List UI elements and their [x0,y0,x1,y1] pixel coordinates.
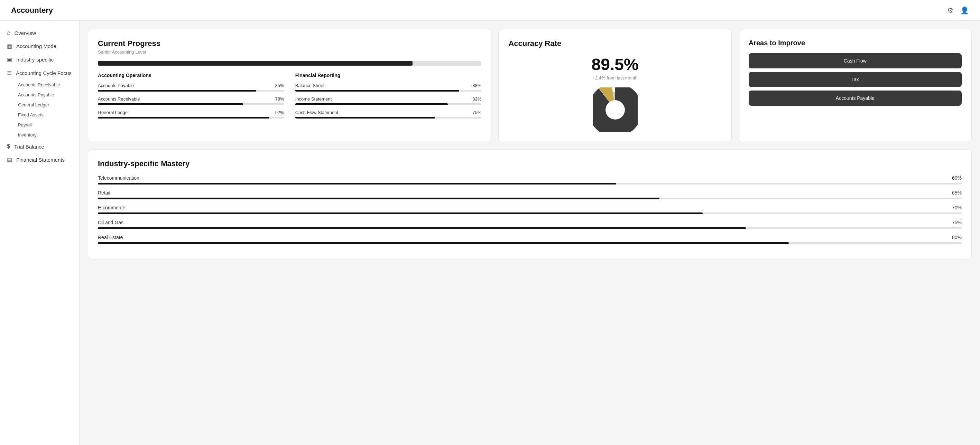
main-content: Current Progress Senior Accounting Level… [80,21,980,445]
accuracy-rate-card: Accuracy Rate 89.5% +2.4% from last mont… [498,29,731,143]
accuracy-value: 89.5% [508,55,721,74]
sidebar-sub-payroll[interactable]: Payroll [0,120,79,130]
mastery-item-telecom: Telecommunication 60% [98,175,962,184]
financial-reporting-title: Financial Reporting [295,73,482,78]
accuracy-pie-chart [593,87,638,132]
progress-label: General Ledger [98,110,129,115]
sidebar-item-label: Accounting Mode [16,43,56,49]
sidebar-sub-accounts-receivable[interactable]: Accounts Receivable [0,80,79,90]
mastery-pct: 65% [952,190,962,196]
accuracy-change: +2.4% from last month [508,75,721,81]
app-header: Accountery ⚙ 👤 [0,0,980,21]
mastery-label: E-commerce [98,205,125,211]
sidebar: ⌂ Overview ▦ Accounting Mode ▣ Industry-… [0,21,80,445]
mastery-item-ecommerce: E-commerce 70% [98,205,962,214]
mastery-pct: 60% [952,175,962,181]
progress-label: Cash Flow Statement [295,110,338,115]
improve-btn-cash-flow[interactable]: Cash Flow [749,53,962,68]
progress-pct: 82% [473,97,481,101]
sidebar-sub-general-ledger[interactable]: General Ledger [0,100,79,110]
progress-item-is: Income Statement 82% [295,97,482,105]
mastery-item-retail: Retail 65% [98,190,962,200]
progress-card-subtitle: Senior Accounting Level [98,49,481,55]
sidebar-item-trial-balance[interactable]: $ Trial Balance [0,140,79,153]
sidebar-item-accounting-cycle-focus[interactable]: ☰ Accounting Cycle Focus [0,67,79,80]
progress-label: Accounts Payable [98,83,134,88]
accounting-cycle-sub: Accounts Receivable Accounts Payable Gen… [0,80,79,140]
sidebar-item-label: Overview [14,30,36,36]
sidebar-sub-fixed-assets[interactable]: Fixed Assets [0,110,79,120]
mastery-label: Retail [98,190,110,196]
mastery-label: Telecommunication [98,175,139,181]
top-cards-row: Current Progress Senior Accounting Level… [88,29,972,143]
progress-item-cfs: Cash Flow Statement 75% [295,110,482,119]
doc-icon: ▤ [7,157,12,163]
progress-card-title: Current Progress [98,39,481,48]
improve-btn-tax[interactable]: Tax [749,72,962,87]
mastery-label: Oil and Gas [98,220,123,225]
sidebar-item-overview[interactable]: ⌂ Overview [0,26,79,40]
mastery-pct: 75% [952,220,962,225]
mastery-title: Industry-specific Mastery [98,159,962,168]
progress-label: Accounts Receivable [98,97,140,101]
svg-point-3 [606,100,625,120]
dollar-icon: $ [7,143,10,150]
accuracy-title: Accuracy Rate [508,39,721,48]
improve-title: Areas to Improve [749,39,962,47]
mastery-pct: 70% [952,205,962,211]
progress-item-ap: Accounts Payable 85% [98,83,284,92]
financial-reporting-col: Financial Reporting Balance Sheet 88% In… [295,73,482,124]
app-layout: ⌂ Overview ▦ Accounting Mode ▣ Industry-… [0,21,980,445]
overall-progress-fill [98,61,412,66]
sidebar-sub-accounts-payable[interactable]: Accounts Payable [0,90,79,100]
sidebar-item-industry-specific[interactable]: ▣ Industry-specific [0,53,79,67]
areas-to-improve-card: Areas to Improve Cash Flow Tax Accounts … [739,29,972,143]
progress-pct: 92% [275,110,284,115]
sidebar-item-label: Accounting Cycle Focus [16,70,72,76]
accounting-operations-title: Accounting Operations [98,73,284,78]
accounting-operations-col: Accounting Operations Accounts Payable 8… [98,73,284,124]
app-title: Accountery [11,6,53,15]
home-icon: ⌂ [7,30,10,36]
improve-btn-accounts-payable[interactable]: Accounts Payable [749,90,962,106]
sidebar-item-label: Financial Statements [16,157,65,163]
box-icon: ▣ [7,56,12,63]
list-icon: ☰ [7,70,12,76]
mastery-label: Real Estate [98,234,123,240]
industry-mastery-card: Industry-specific Mastery Telecommunicat… [88,149,972,260]
sidebar-sub-inventory[interactable]: Inventory [0,130,79,140]
gear-icon[interactable]: ⚙ [947,6,953,14]
progress-label: Balance Sheet [295,83,325,88]
mastery-item-real-estate: Real Estate 80% [98,234,962,244]
mastery-item-oil-gas: Oil and Gas 75% [98,220,962,229]
progress-pct: 88% [473,83,481,88]
progress-item-ar: Accounts Receivable 78% [98,97,284,105]
overall-progress-track [98,61,481,66]
progress-item-bs: Balance Sheet 88% [295,83,482,92]
mastery-pct: 80% [952,234,962,240]
sidebar-item-financial-statements[interactable]: ▤ Financial Statements [0,153,79,166]
header-icons: ⚙ 👤 [947,6,969,14]
progress-pct: 85% [275,83,284,88]
progress-pct: 78% [275,97,284,101]
current-progress-card: Current Progress Senior Accounting Level… [88,29,492,143]
progress-pct: 75% [473,110,481,115]
sidebar-item-accounting-mode[interactable]: ▦ Accounting Mode [0,40,79,53]
user-icon[interactable]: 👤 [960,6,969,14]
pie-chart-container [508,87,721,132]
progress-item-gl: General Ledger 92% [98,110,284,119]
progress-label: Income Statement [295,97,332,101]
grid-icon: ▦ [7,43,12,49]
sidebar-item-label: Industry-specific [16,57,54,63]
sidebar-item-label: Trial Balance [14,144,44,150]
progress-columns: Accounting Operations Accounts Payable 8… [98,73,481,124]
